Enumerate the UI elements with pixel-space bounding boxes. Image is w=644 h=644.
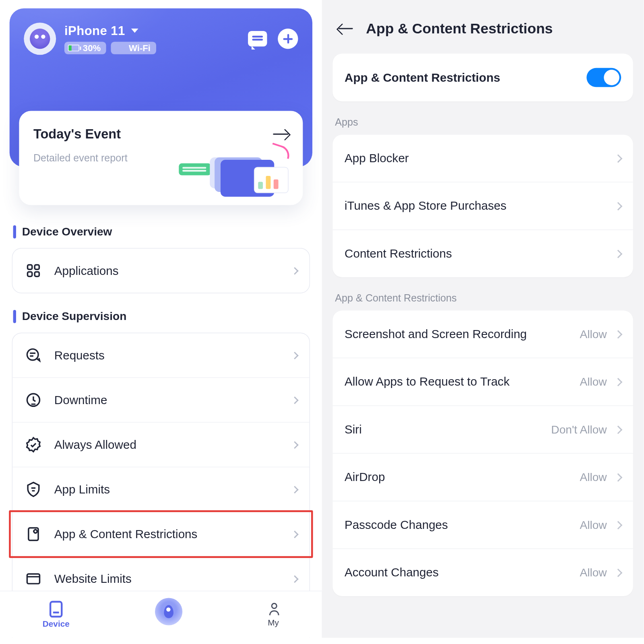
add-device-button[interactable]: [278, 29, 298, 49]
apps-grid-icon: [25, 262, 42, 279]
chevron-right-icon: [291, 351, 299, 359]
device-icon: [50, 601, 63, 617]
battery-icon: [68, 44, 79, 51]
svg-rect-8: [27, 574, 39, 584]
chevron-right-icon: [614, 473, 622, 481]
location-icon: [155, 598, 182, 625]
status-value: Allow: [580, 471, 607, 484]
chevron-right-icon: [614, 202, 622, 210]
svg-rect-1: [35, 265, 39, 269]
screenshot-recording-row[interactable]: Screenshot and Screen Recording Allow: [332, 311, 633, 358]
status-value: Allow: [580, 328, 607, 341]
applications-row[interactable]: Applications: [12, 249, 310, 293]
svg-rect-2: [27, 272, 32, 277]
website-limits-icon: [25, 570, 42, 588]
svg-point-4: [27, 349, 38, 360]
chevron-right-icon: [291, 267, 299, 275]
section-restrictions: App & Content Restrictions: [335, 293, 631, 305]
request-track-row[interactable]: Allow Apps to Request to Track Allow: [332, 358, 633, 405]
chevron-right-icon: [614, 250, 622, 258]
chevron-right-icon: [614, 521, 622, 529]
messages-button[interactable]: [248, 31, 267, 47]
status-value: Allow: [580, 518, 607, 532]
master-toggle-label: App & Content Restrictions: [345, 70, 500, 84]
app-limits-icon: [25, 481, 42, 498]
tab-device[interactable]: Device: [43, 601, 70, 628]
chevron-right-icon: [291, 485, 299, 493]
chevron-right-icon: [291, 441, 299, 448]
wifi-icon: [114, 44, 125, 52]
event-title: Today's Event: [33, 126, 121, 142]
svg-rect-0: [27, 265, 32, 269]
downtime-icon: [25, 391, 42, 409]
event-illustration: [179, 147, 292, 201]
requests-row[interactable]: Requests: [12, 333, 310, 378]
master-toggle-row[interactable]: App & Content Restrictions: [332, 54, 633, 101]
bottom-tabbar: Device My: [0, 591, 322, 638]
siri-row[interactable]: Siri Don't Allow: [332, 405, 633, 453]
svg-rect-3: [35, 272, 39, 277]
requests-icon: [25, 346, 42, 364]
content-restrictions-row[interactable]: Content Restrictions: [332, 229, 633, 277]
toggle-switch-on[interactable]: [586, 68, 621, 87]
restrictions-screen: App & Content Restrictions App & Content…: [322, 0, 644, 638]
passcode-changes-row[interactable]: Passcode Changes Allow: [332, 501, 633, 548]
account-changes-row[interactable]: Account Changes Allow: [332, 549, 633, 596]
chevron-right-icon: [291, 575, 299, 583]
chevron-right-icon: [614, 425, 622, 434]
section-device-overview: Device Overview: [13, 225, 310, 239]
always-allowed-row[interactable]: Always Allowed: [12, 422, 310, 467]
todays-event-card[interactable]: Today's Event Detailed event report: [19, 111, 303, 205]
app-blocker-row[interactable]: App Blocker: [332, 135, 633, 182]
airdrop-row[interactable]: AirDrop Allow: [332, 453, 633, 501]
svg-point-7: [34, 530, 37, 533]
itunes-purchases-row[interactable]: iTunes & App Store Purchases: [332, 182, 633, 229]
app-content-restrictions-row[interactable]: App & Content Restrictions: [12, 512, 310, 556]
chevron-right-icon: [614, 378, 622, 386]
chevron-right-icon: [291, 396, 299, 404]
device-dashboard-screen: iPhone 11 30% Wi-Fi: [0, 0, 322, 638]
chevron-right-icon: [614, 154, 622, 163]
app-limits-row[interactable]: App Limits: [12, 467, 310, 512]
tab-my[interactable]: My: [267, 602, 279, 627]
arrow-right-icon: [273, 133, 289, 135]
profile-icon: [267, 602, 279, 617]
restrictions-icon: [25, 525, 42, 543]
svg-point-11: [271, 603, 276, 608]
chevron-right-icon: [291, 530, 299, 538]
section-device-supervision: Device Supervision: [13, 310, 310, 323]
downtime-row[interactable]: Downtime: [12, 377, 310, 422]
status-value: Allow: [580, 375, 607, 388]
always-allowed-icon: [25, 436, 42, 454]
page-title: App & Content Restrictions: [366, 20, 553, 37]
tab-location[interactable]: [155, 604, 182, 625]
chevron-right-icon: [614, 330, 622, 339]
status-value: Allow: [580, 566, 607, 579]
back-button[interactable]: [339, 28, 353, 29]
applications-label: Applications: [54, 264, 280, 277]
chevron-right-icon: [614, 568, 622, 577]
hero-banner: iPhone 11 30% Wi-Fi: [10, 8, 312, 167]
section-apps: Apps: [335, 117, 631, 129]
status-value: Don't Allow: [551, 423, 607, 436]
